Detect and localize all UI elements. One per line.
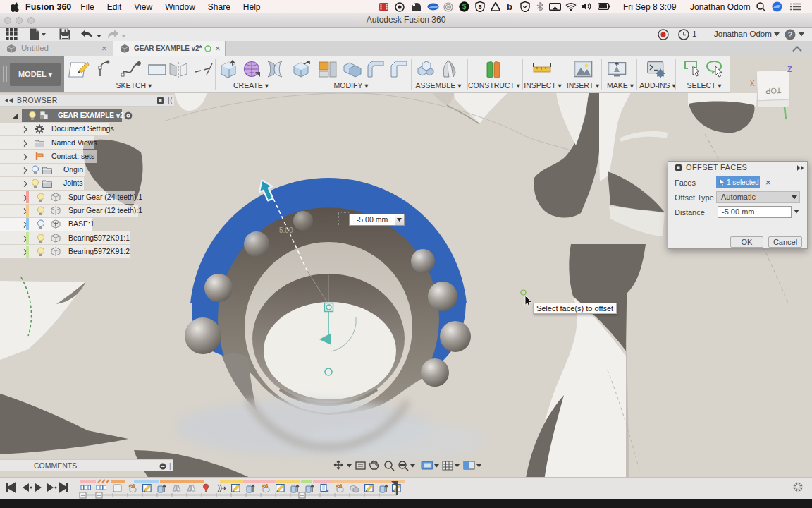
svg-text:b: b [507,1,512,12]
svg-text:?: ? [788,30,793,39]
svg-text:5: 5 [478,4,481,11]
svg-text:X: X [750,80,755,87]
svg-text:5.00: 5.00 [279,226,293,234]
svg-text:Z: Z [787,65,792,73]
svg-text:TOP: TOP [765,87,782,96]
svg-text:$: $ [462,3,467,11]
